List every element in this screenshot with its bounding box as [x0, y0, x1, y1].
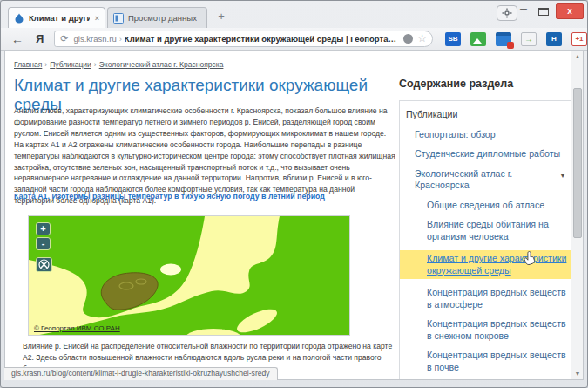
address-bar[interactable]: ⟳ gis.krasn.ru › Климат и другие характе…: [54, 31, 433, 47]
breadcrumb-link[interactable]: Экологический атлас г. Красноярска: [99, 60, 224, 69]
tab-data-view[interactable]: Просмотр данных: [107, 7, 207, 28]
status-url-tooltip: gis.krasn.ru/blog/content/klimat-i-drugi…: [4, 367, 278, 380]
page-scrollbar[interactable]: ▲ ▼: [571, 51, 583, 379]
toc-item[interactable]: Экологический атлас г. Красноярска▼: [400, 168, 571, 192]
pan-extent-button[interactable]: [36, 257, 52, 272]
toc-item-label: Студенческие дипломные работы: [415, 148, 560, 160]
gear-icon: [502, 8, 512, 18]
mouse-cursor-hand-icon: [524, 250, 537, 266]
window-frame-bottom: [1, 380, 587, 387]
counter-extension-icon-label: +1: [575, 35, 583, 43]
url-page-title: Климат и другие характеристики окружающе…: [125, 34, 399, 44]
download-card-extension-icon[interactable]: [496, 32, 511, 46]
breadcrumb-link[interactable]: Главная: [14, 60, 42, 69]
tab-strip: Климат и другие хара × Просмотр данных +…: [1, 1, 587, 28]
toc-item-active[interactable]: Климат и другие характеристики окружающе…: [400, 250, 571, 279]
notification-badge: [507, 42, 514, 49]
toc-item-label: Концентрация вредных веществ в снежном п…: [427, 318, 571, 342]
scroll-up-icon[interactable]: ▲: [571, 51, 584, 62]
map-attribution: © Геопортал ИВМ СО РАН: [34, 324, 120, 332]
toc-item[interactable]: Концентрация вредных веществ в атмосфере: [400, 287, 571, 310]
toc-item-label: Концентрация вредных веществ в почве: [427, 350, 571, 373]
toc-item-label: Геопорталы: обзор: [415, 129, 496, 141]
bookmark-star-icon[interactable]: ☆: [417, 34, 427, 44]
map-pale-ellipse: [160, 264, 181, 276]
tab-climate[interactable]: Климат и другие хара ×: [8, 7, 105, 28]
h-extension-icon-label: H: [551, 35, 557, 43]
map-attribution-link[interactable]: © Геопортал ИВМ СО РАН: [34, 324, 120, 332]
chevron-down-icon[interactable]: ▼: [559, 170, 566, 182]
tab-close-icon[interactable]: ×: [95, 14, 99, 23]
new-tab-button[interactable]: +: [213, 9, 230, 24]
map-a1[interactable]: + - © Геопортал ИВМ СО РАН: [28, 215, 350, 336]
url-domain: gis.krasn.ru: [74, 34, 117, 44]
toc-item[interactable]: Геопорталы: обзор: [400, 129, 571, 141]
window-controls: – x: [516, 3, 584, 19]
map-caption: Карта А1. Изотермы разницы температур в …: [14, 192, 395, 201]
sb-extension-icon-label: SB: [448, 35, 457, 43]
map-canvas: [29, 216, 350, 336]
browser-window: Климат и другие хара × Просмотр данных +…: [0, 0, 588, 388]
h-extension-icon[interactable]: H: [546, 32, 562, 46]
exit-door-extension-icon-label: →: [524, 34, 533, 44]
yandex-logo[interactable]: Я: [36, 32, 44, 45]
drupal-drop-favicon: [14, 13, 24, 24]
toc-item[interactable]: Влияние среды обитания на организм челов…: [400, 219, 571, 242]
toc-item[interactable]: Концентрация вредных веществ в снежном п…: [400, 318, 571, 342]
site-badge-icon[interactable]: [403, 34, 413, 44]
sb-extension-icon[interactable]: SB: [445, 32, 461, 46]
scroll-down-icon[interactable]: ▼: [571, 369, 584, 379]
webpage: Главная›Публикации›Экологический атлас г…: [4, 51, 584, 380]
breadcrumb-separator: ›: [94, 60, 97, 69]
zoom-in-button[interactable]: +: [36, 222, 51, 235]
zoom-out-button[interactable]: -: [36, 237, 51, 250]
browser-settings-button[interactable]: [497, 5, 517, 21]
reload-icon[interactable]: ⟳: [60, 33, 68, 44]
breadcrumb: Главная›Публикации›Экологический атлас г…: [14, 60, 223, 69]
close-button[interactable]: x: [556, 3, 584, 19]
map-controls: + -: [36, 222, 52, 272]
toc-item-label: Влияние среды обитания на организм челов…: [427, 219, 571, 242]
toc-item-label: Экологический атлас г. Красноярска: [415, 168, 559, 192]
toc-item-label: Публикации: [406, 109, 457, 121]
toc-item-label: Общие сведения об атласе: [427, 200, 544, 212]
pan-arrows-icon: [38, 259, 50, 270]
counter-extension-icon[interactable]: +1: [571, 32, 587, 46]
screenshot-extension-icon[interactable]: [470, 32, 486, 46]
toc-item[interactable]: Концентрация вредных веществ в почве: [400, 350, 571, 373]
section-contents-sidebar: Содержание раздела ПубликацииГеопорталы:…: [399, 78, 571, 380]
toc-item-label: Концентрация вредных веществ в атмосфере: [427, 287, 571, 310]
table-of-contents: ПубликацииГеопорталы: обзорСтуденческие …: [399, 100, 571, 380]
scrollbar-thumb[interactable]: [573, 88, 582, 238]
toc-item[interactable]: Студенческие дипломные работы: [400, 148, 571, 160]
extensions-row: SB→H+1: [445, 32, 587, 46]
tab-title: Просмотр данных: [128, 13, 197, 23]
exit-door-extension-icon[interactable]: →: [521, 32, 537, 46]
sidebar-heading: Содержание раздела: [399, 78, 571, 90]
back-button[interactable]: ←: [11, 32, 24, 46]
breadcrumb-link[interactable]: Публикации: [50, 60, 91, 69]
data-view-favicon: [113, 13, 124, 24]
minimize-button[interactable]: –: [516, 4, 531, 18]
tab-title: Климат и другие хара: [29, 13, 90, 23]
breadcrumb-separator: ›: [44, 60, 47, 69]
toc-item[interactable]: Общие сведения об атласе: [400, 200, 571, 212]
browser-toolbar: ← Я ⟳ gis.krasn.ru › Климат и другие хар…: [1, 28, 587, 51]
toc-item[interactable]: Публикации: [400, 109, 571, 121]
toc-item-label: Климат и другие характеристики окружающе…: [427, 253, 571, 276]
maximize-button[interactable]: [538, 8, 549, 16]
url-separator: ›: [119, 34, 122, 44]
